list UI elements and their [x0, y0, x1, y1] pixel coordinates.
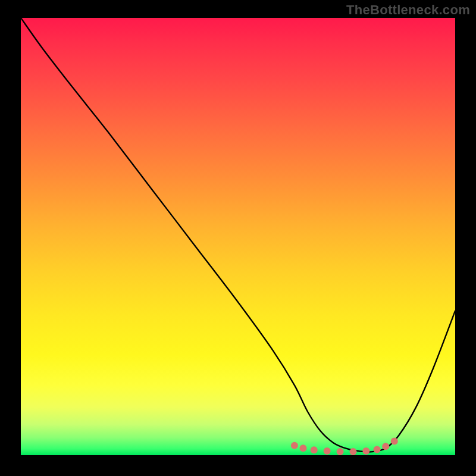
highlight-dot [300, 444, 307, 452]
highlight-dot [291, 442, 298, 449]
highlight-dot [337, 448, 344, 455]
chart-frame: TheBottleneck.com [0, 0, 476, 476]
highlight-dots [291, 437, 398, 455]
curve-layer [21, 18, 455, 455]
bottleneck-curve [21, 18, 455, 452]
highlight-dot [324, 447, 331, 455]
highlight-dot [391, 437, 398, 444]
highlight-dot [374, 446, 381, 453]
highlight-dot [311, 446, 318, 453]
plot-area [21, 18, 455, 455]
highlight-dot [349, 448, 356, 455]
watermark-text: TheBottleneck.com [346, 2, 470, 18]
highlight-dot [382, 443, 389, 450]
highlight-dot [362, 447, 369, 455]
